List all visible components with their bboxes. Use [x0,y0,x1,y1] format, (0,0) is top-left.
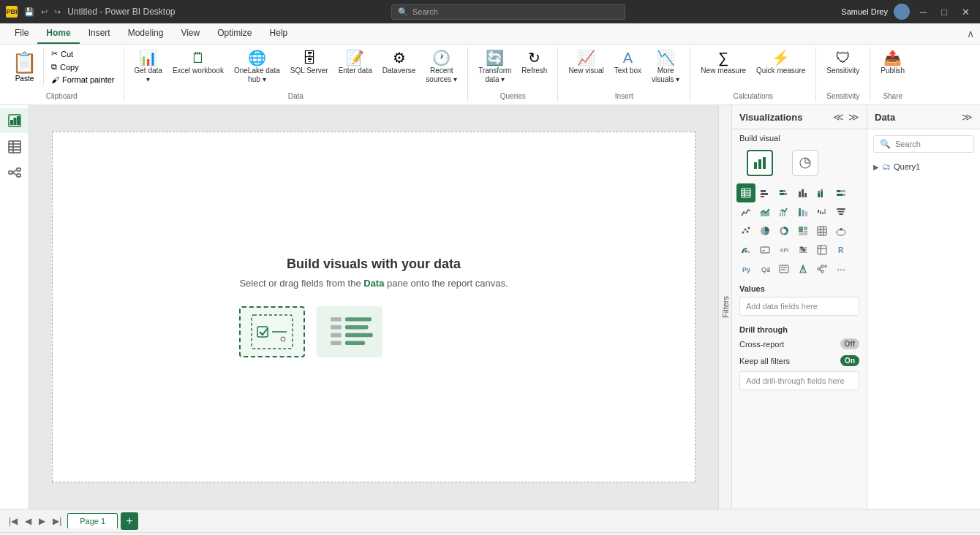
filters-label[interactable]: Filters [721,296,730,318]
page-nav-last[interactable]: ▶| [50,515,64,528]
viz-card-icon[interactable] [755,240,774,259]
enter-data-label: Enter data [339,67,372,75]
publish-button[interactable]: 📤 Publish [876,48,909,78]
ribbon-collapse-button[interactable]: ∧ [967,23,974,44]
transform-data-button[interactable]: 🔄 Transformdata ▾ [474,48,516,87]
svg-line-111 [820,267,821,270]
refresh-button[interactable]: ↻ Refresh [517,48,551,78]
viz-col-stacked-icon[interactable] [813,183,832,202]
viz-gauge-icon[interactable] [736,240,755,259]
viz-table2-icon[interactable] [813,240,832,259]
maximize-button[interactable]: □ [937,7,951,18]
tab-modeling[interactable]: Modeling [119,23,173,44]
viz-panel-expand[interactable]: ≫ [848,111,859,123]
enter-data-icon: 📝 [346,50,364,65]
text-box-button[interactable]: A Text box [610,48,646,78]
drill-drop-zone[interactable]: Add drill-through fields here [739,371,859,390]
tab-insert[interactable]: Insert [80,23,119,44]
left-panel-model-view[interactable] [0,161,29,186]
visual-type-format-button[interactable] [792,150,818,176]
get-data-button[interactable]: 📊 Get data▾ [130,48,167,87]
left-panel-table-view[interactable] [0,134,29,159]
viz-py-icon[interactable]: Py [736,259,755,278]
title-search-bar[interactable]: 🔍 Search [391,4,625,20]
undo-icon[interactable]: ↩ [39,7,50,16]
sql-server-button[interactable]: 🗄 SQL Server [286,48,333,78]
paste-button[interactable]: 📋 Paste [6,48,44,86]
viz-qna-icon[interactable]: Q&A [755,259,774,278]
viz-pie-icon[interactable] [755,221,774,240]
canvas-area[interactable]: Build visuals with your data Select or d… [29,105,718,509]
svg-rect-23 [345,333,373,337]
viz-kpi-icon[interactable]: KPI [774,240,794,259]
svg-rect-11 [17,174,20,177]
add-page-button[interactable]: + [121,512,138,530]
recent-sources-button[interactable]: 🕐 Recentsources ▾ [421,48,461,87]
enter-data-button[interactable]: 📝 Enter data [334,48,377,78]
save-icon[interactable]: 💾 [22,7,37,16]
viz-line-clustered-icon[interactable] [774,202,794,221]
viz-treemap-icon[interactable] [794,221,813,240]
filters-panel[interactable]: Filters [718,105,731,509]
tab-view[interactable]: View [172,23,208,44]
values-drop-zone[interactable]: Add data fields here [739,297,859,316]
keep-filters-toggle[interactable]: On [840,355,859,366]
query-item[interactable]: ▶ 🗂 Query1 [867,159,980,175]
data-search-input[interactable] [895,140,980,148]
excel-workbook-button[interactable]: 🗒 Excel workbook [168,48,228,78]
tab-file[interactable]: File [6,23,37,44]
viz-decomp-icon[interactable] [813,259,832,278]
viz-donut-icon[interactable] [774,221,794,240]
cut-button[interactable]: ✂ Cut [48,48,118,60]
onelake-button[interactable]: 🌐 OneLake datahub ▾ [230,48,284,87]
visual-type-chart-button[interactable] [747,150,773,176]
viz-ribbon-icon[interactable] [794,202,813,221]
viz-map-icon[interactable] [832,221,851,240]
new-measure-button[interactable]: ∑ New measure [696,48,750,78]
viz-r-icon[interactable]: R [832,240,851,259]
close-button[interactable]: ✕ [957,7,974,18]
viz-waterfall-icon[interactable] [813,202,832,221]
redo-icon[interactable]: ↪ [52,7,63,16]
more-visuals-button[interactable]: 📉 Morevisuals ▾ [647,48,684,87]
minimize-button[interactable]: ─ [916,7,931,18]
viz-100stacked-icon[interactable] [832,183,851,202]
data-search-box[interactable]: 🔍 [873,135,974,153]
viz-table-icon[interactable] [736,183,755,202]
sensitivity-button[interactable]: 🛡 Sensitivity [822,48,864,78]
svg-rect-53 [837,190,840,192]
user-avatar[interactable] [894,4,910,20]
tab-home[interactable]: Home [37,23,79,44]
svg-text:KPI: KPI [780,248,788,253]
page-nav-prev[interactable]: ◀ [22,515,34,528]
viz-funnel-icon[interactable] [832,202,851,221]
dataverse-button[interactable]: ⚙ Dataverse [378,48,421,78]
tab-optimize[interactable]: Optimize [208,23,260,44]
viz-bar-clustered-icon[interactable] [755,183,774,202]
page-nav-next[interactable]: ▶ [36,515,48,528]
viz-area-icon[interactable] [755,202,774,221]
viz-matrix-icon[interactable] [813,221,832,240]
page-tab-1[interactable]: Page 1 [67,513,118,528]
page-nav-first[interactable]: |◀ [6,515,20,528]
viz-line-icon[interactable] [736,202,755,221]
format-painter-button[interactable]: 🖌 Format painter [48,74,118,86]
viz-panel-collapse[interactable]: ≪ [833,111,844,123]
new-visual-button[interactable]: 📈 New visual [564,48,608,78]
quick-measure-button[interactable]: ⚡ Quick measure [752,48,810,78]
data-panel-expand[interactable]: ≫ [962,111,973,123]
viz-scatter-icon[interactable] [736,221,755,240]
tab-help[interactable]: Help [261,23,297,44]
report-canvas[interactable]: Build visuals with your data Select or d… [52,132,696,482]
cross-report-toggle[interactable]: Off [840,338,859,349]
viz-col-clustered-icon[interactable] [794,183,813,202]
viz-bar-stacked-icon[interactable] [774,183,794,202]
viz-more-icon[interactable]: ··· [832,259,851,278]
viz-metric-icon[interactable] [794,259,813,278]
svg-text:R: R [838,246,844,254]
left-panel-report-view[interactable] [0,108,29,133]
svg-text:Py: Py [742,266,750,273]
copy-button[interactable]: ⧉ Copy [48,61,118,73]
viz-slicer-icon[interactable] [794,240,813,259]
viz-smart-icon[interactable] [774,259,794,278]
